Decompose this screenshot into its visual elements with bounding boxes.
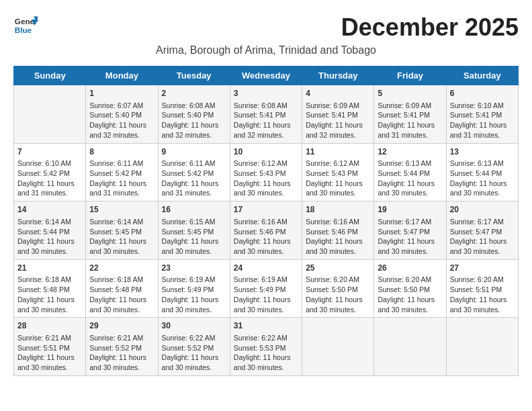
cell-content: 24Sunrise: 6:19 AMSunset: 5:49 PMDayligh… (234, 263, 298, 315)
cell-content: 12Sunrise: 6:13 AMSunset: 5:44 PMDayligh… (378, 146, 442, 199)
cell-content: 2Sunrise: 6:08 AMSunset: 5:40 PMDaylight… (162, 88, 226, 140)
day-number: 29 (89, 320, 154, 332)
calendar-cell: 18Sunrise: 6:16 AMSunset: 5:46 PMDayligh… (302, 201, 374, 260)
calendar-cell: 7Sunrise: 6:10 AMSunset: 5:42 PMDaylight… (14, 143, 86, 201)
calendar-cell: 1Sunrise: 6:07 AMSunset: 5:40 PMDaylight… (86, 85, 158, 144)
cell-content: 23Sunrise: 6:19 AMSunset: 5:49 PMDayligh… (162, 263, 226, 315)
day-number: 22 (89, 263, 154, 274)
sunset-text: Sunset: 5:41 PM (450, 110, 515, 120)
sunrise-text: Sunrise: 6:15 AM (162, 217, 226, 227)
day-number: 13 (450, 146, 515, 158)
cell-content: 3Sunrise: 6:08 AMSunset: 5:41 PMDaylight… (234, 88, 298, 140)
svg-text:Blue: Blue (15, 26, 32, 34)
calendar-cell: 10Sunrise: 6:12 AMSunset: 5:43 PMDayligh… (230, 143, 302, 201)
calendar-cell (446, 318, 518, 376)
daylight-text: Daylight: 11 hours and 31 minutes. (17, 179, 82, 198)
daylight-text: Daylight: 11 hours and 31 minutes. (450, 120, 515, 140)
sunset-text: Sunset: 5:42 PM (17, 169, 82, 179)
daylight-text: Daylight: 11 hours and 30 minutes. (306, 179, 370, 198)
daylight-text: Daylight: 11 hours and 30 minutes. (234, 236, 298, 256)
day-number: 4 (306, 88, 370, 99)
cell-content: 11Sunrise: 6:12 AMSunset: 5:43 PMDayligh… (306, 146, 370, 199)
calendar-cell: 16Sunrise: 6:15 AMSunset: 5:45 PMDayligh… (158, 201, 230, 260)
calendar-cell: 31Sunrise: 6:22 AMSunset: 5:53 PMDayligh… (230, 318, 302, 376)
calendar-cell: 24Sunrise: 6:19 AMSunset: 5:49 PMDayligh… (230, 259, 302, 318)
sunrise-text: Sunrise: 6:21 AM (17, 333, 82, 343)
cell-content: 27Sunrise: 6:20 AMSunset: 5:51 PMDayligh… (450, 263, 515, 315)
day-number: 9 (162, 146, 226, 158)
calendar-cell (302, 318, 374, 376)
daylight-text: Daylight: 11 hours and 30 minutes. (17, 353, 82, 372)
page-title: December 2025 (341, 13, 519, 42)
day-number: 26 (378, 263, 442, 274)
cell-content: 28Sunrise: 6:21 AMSunset: 5:51 PMDayligh… (17, 320, 82, 373)
sunset-text: Sunset: 5:42 PM (89, 169, 154, 179)
sunset-text: Sunset: 5:40 PM (162, 110, 226, 120)
sunset-text: Sunset: 5:44 PM (450, 169, 515, 179)
sunrise-text: Sunrise: 6:14 AM (17, 217, 82, 227)
calendar-cell: 5Sunrise: 6:09 AMSunset: 5:41 PMDaylight… (374, 85, 446, 144)
daylight-text: Daylight: 11 hours and 30 minutes. (89, 353, 154, 372)
sunset-text: Sunset: 5:50 PM (378, 285, 442, 295)
cell-content: 30Sunrise: 6:22 AMSunset: 5:52 PMDayligh… (162, 320, 226, 373)
daylight-text: Daylight: 11 hours and 30 minutes. (234, 353, 298, 372)
calendar-cell: 8Sunrise: 6:11 AMSunset: 5:42 PMDaylight… (86, 143, 158, 201)
cell-content: 8Sunrise: 6:11 AMSunset: 5:42 PMDaylight… (89, 146, 154, 199)
sunset-text: Sunset: 5:44 PM (17, 227, 82, 237)
daylight-text: Daylight: 11 hours and 31 minutes. (162, 179, 226, 198)
day-number: 31 (234, 320, 298, 332)
logo: General Blue (13, 13, 42, 38)
sunset-text: Sunset: 5:42 PM (162, 169, 226, 179)
calendar-cell: 4Sunrise: 6:09 AMSunset: 5:41 PMDaylight… (302, 85, 374, 144)
general-blue-logo-icon: General Blue (13, 13, 38, 38)
sunset-text: Sunset: 5:52 PM (89, 343, 154, 353)
daylight-text: Daylight: 11 hours and 30 minutes. (234, 179, 298, 198)
sunset-text: Sunset: 5:48 PM (17, 285, 82, 295)
sunrise-text: Sunrise: 6:18 AM (17, 275, 82, 285)
sunrise-text: Sunrise: 6:22 AM (234, 333, 298, 343)
sunrise-text: Sunrise: 6:12 AM (306, 158, 370, 169)
calendar-cell: 15Sunrise: 6:14 AMSunset: 5:45 PMDayligh… (86, 201, 158, 260)
calendar-cell: 25Sunrise: 6:20 AMSunset: 5:50 PMDayligh… (302, 259, 374, 318)
day-number: 12 (378, 146, 442, 158)
cell-content: 5Sunrise: 6:09 AMSunset: 5:41 PMDaylight… (378, 88, 442, 140)
day-number: 20 (450, 204, 515, 216)
daylight-text: Daylight: 11 hours and 32 minutes. (234, 120, 298, 140)
day-number: 28 (17, 320, 82, 332)
daylight-text: Daylight: 11 hours and 31 minutes. (378, 120, 442, 140)
page-subtitle: Arima, Borough of Arima, Trinidad and To… (13, 44, 519, 56)
calendar-cell: 29Sunrise: 6:21 AMSunset: 5:52 PMDayligh… (86, 318, 158, 376)
day-number: 5 (378, 88, 442, 99)
sunset-text: Sunset: 5:43 PM (234, 169, 298, 179)
daylight-text: Daylight: 11 hours and 32 minutes. (162, 120, 226, 140)
calendar-week-row: 1Sunrise: 6:07 AMSunset: 5:40 PMDaylight… (14, 85, 519, 144)
sunrise-text: Sunrise: 6:09 AM (306, 101, 370, 111)
day-number: 18 (306, 204, 370, 216)
day-number: 6 (450, 88, 515, 99)
calendar-cell: 9Sunrise: 6:11 AMSunset: 5:42 PMDaylight… (158, 143, 230, 201)
calendar-cell (14, 85, 86, 144)
sunrise-text: Sunrise: 6:10 AM (17, 158, 82, 169)
cell-content: 16Sunrise: 6:15 AMSunset: 5:45 PMDayligh… (162, 204, 226, 257)
cell-content: 18Sunrise: 6:16 AMSunset: 5:46 PMDayligh… (306, 204, 370, 257)
daylight-text: Daylight: 11 hours and 30 minutes. (450, 236, 515, 256)
sunset-text: Sunset: 5:49 PM (162, 285, 226, 295)
sunrise-text: Sunrise: 6:16 AM (234, 217, 298, 227)
weekday-header: Thursday (302, 66, 374, 85)
calendar-week-row: 28Sunrise: 6:21 AMSunset: 5:51 PMDayligh… (14, 318, 519, 376)
sunset-text: Sunset: 5:41 PM (234, 110, 298, 120)
cell-content: 10Sunrise: 6:12 AMSunset: 5:43 PMDayligh… (234, 146, 298, 199)
cell-content: 20Sunrise: 6:17 AMSunset: 5:47 PMDayligh… (450, 204, 515, 257)
calendar-cell: 20Sunrise: 6:17 AMSunset: 5:47 PMDayligh… (446, 201, 518, 260)
calendar-cell (374, 318, 446, 376)
cell-content: 17Sunrise: 6:16 AMSunset: 5:46 PMDayligh… (234, 204, 298, 257)
sunset-text: Sunset: 5:49 PM (234, 285, 298, 295)
calendar-cell: 23Sunrise: 6:19 AMSunset: 5:49 PMDayligh… (158, 259, 230, 318)
sunset-text: Sunset: 5:40 PM (89, 110, 154, 120)
sunset-text: Sunset: 5:47 PM (450, 227, 515, 237)
cell-content: 13Sunrise: 6:13 AMSunset: 5:44 PMDayligh… (450, 146, 515, 199)
cell-content: 26Sunrise: 6:20 AMSunset: 5:50 PMDayligh… (378, 263, 442, 315)
sunrise-text: Sunrise: 6:19 AM (234, 275, 298, 285)
calendar-cell: 12Sunrise: 6:13 AMSunset: 5:44 PMDayligh… (374, 143, 446, 201)
sunrise-text: Sunrise: 6:12 AM (234, 158, 298, 169)
